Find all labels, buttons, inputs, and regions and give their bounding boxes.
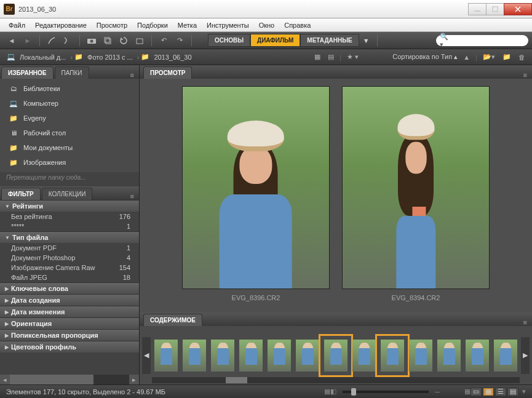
filter-group-header[interactable]: ▶Цветовой профиль — [0, 341, 139, 352]
view-mode-button[interactable]: ▭ — [470, 388, 482, 396]
filter-group-header[interactable]: ▼Рейтинги — [0, 200, 139, 212]
menu-item[interactable]: Редактирование — [30, 20, 92, 31]
scroll-right-icon[interactable]: ▸ — [129, 375, 139, 384]
menu-item[interactable]: Метка — [173, 20, 202, 31]
reveal-button[interactable] — [45, 34, 58, 47]
thumbnail[interactable] — [296, 340, 319, 372]
preview-item[interactable]: EVG_8394.CR2 — [342, 86, 490, 301]
thumbnail[interactable] — [211, 340, 234, 372]
tab-preview[interactable]: ПРОСМОТР — [143, 66, 192, 79]
panel-menu-icon[interactable]: ≡ — [518, 319, 532, 326]
search-box[interactable]: 🔍▾ — [436, 35, 528, 46]
thumbnail[interactable] — [239, 340, 263, 372]
minimize-button[interactable] — [468, 3, 486, 15]
refresh-button[interactable] — [117, 34, 130, 47]
filmstrip-scrollbar[interactable] — [152, 377, 520, 383]
workspace-tab[interactable]: МЕТАДАННЫЕ — [300, 34, 359, 47]
sort-dropdown[interactable]: Сортировка по Тип ▴ — [392, 53, 458, 61]
thumb-view-icon[interactable]: ▤ — [326, 53, 336, 61]
status-icon[interactable]: ◧ — [330, 388, 336, 396]
camera-button[interactable] — [85, 34, 98, 47]
preview-image[interactable] — [182, 86, 330, 289]
boomerang-button[interactable] — [61, 34, 74, 47]
status-icon[interactable]: ▦ — [324, 388, 330, 396]
filter-row[interactable]: Файл JPEG18 — [0, 273, 139, 282]
thumbnail[interactable] — [352, 340, 376, 372]
scrollbar-handle[interactable] — [226, 377, 248, 383]
menu-item[interactable]: Файл — [4, 20, 30, 31]
filter-group-header[interactable]: ▶Дата изменения — [0, 306, 139, 317]
new-folder-icon[interactable]: 📁 — [501, 53, 513, 61]
breadcrumb[interactable]: Фото 2013 с ... — [85, 54, 135, 61]
rotate-ccw-button[interactable]: ↶ — [157, 34, 170, 47]
view-mode-button[interactable]: ▤ — [507, 388, 518, 396]
scrollbar-handle[interactable] — [10, 375, 93, 384]
workspace-dropdown[interactable]: ▼ — [359, 34, 373, 47]
thumbnail[interactable] — [183, 340, 206, 372]
filter-group-header[interactable]: ▼Тип файла — [0, 231, 139, 243]
grid-view-icon[interactable]: ▦ — [312, 53, 322, 61]
breadcrumb[interactable]: Локальный д... — [17, 54, 68, 61]
breadcrumb[interactable]: 2013_06_30 — [151, 54, 194, 61]
favorite-item[interactable]: 📁Изображения — [0, 155, 139, 170]
thumbnail-size-slider[interactable] — [343, 391, 429, 393]
options-icon[interactable]: ▾ — [522, 388, 526, 396]
preview-item[interactable]: EVG_8396.CR2 — [182, 86, 330, 301]
menu-item[interactable]: Подборки — [132, 20, 173, 31]
panel-scrollbar[interactable]: ◂ ▸ — [0, 375, 139, 384]
panel-menu-icon[interactable]: ≡ — [518, 71, 532, 79]
filter-row[interactable]: Без рейтинга176 — [0, 212, 139, 221]
workspace-tab[interactable]: ДИАФИЛЬМ — [250, 34, 300, 47]
scroll-left-icon[interactable]: ◂ — [0, 375, 10, 384]
favorite-item[interactable]: 💻Компьютер — [0, 96, 139, 111]
view-mode-button[interactable]: ▦ — [483, 388, 494, 396]
tab-collections[interactable]: КОЛЛЕКЦИИ — [42, 188, 93, 200]
filter-row[interactable]: Документ PDF1 — [0, 243, 139, 253]
tab-filter[interactable]: ФИЛЬТР — [1, 188, 41, 200]
thumbnail[interactable] — [268, 340, 291, 372]
menu-item[interactable]: Просмотр — [92, 20, 132, 31]
menu-item[interactable]: Справка — [279, 20, 316, 31]
thumbnail[interactable] — [466, 340, 489, 372]
panel-menu-icon[interactable]: ≡ — [125, 71, 139, 79]
open-folder-icon[interactable]: 📂▾ — [481, 53, 497, 61]
filter-group-header[interactable]: ▶Ориентация — [0, 317, 139, 329]
star-filter-icon[interactable]: ★ ▾ — [345, 53, 360, 61]
close-button[interactable] — [504, 3, 532, 15]
filter-row[interactable]: *****1 — [0, 221, 139, 231]
thumbnail[interactable] — [381, 340, 404, 372]
filter-row[interactable]: Документ Photoshop4 — [0, 253, 139, 263]
computer-icon[interactable]: 💻 — [5, 53, 17, 61]
filter-row[interactable]: Изображение Camera Raw154 — [0, 263, 139, 273]
favorite-item[interactable]: 🗂Библиотеки — [0, 81, 139, 96]
open-button[interactable] — [133, 34, 146, 47]
forward-button[interactable]: ► — [21, 34, 34, 47]
maximize-button[interactable] — [486, 3, 504, 15]
thumbnail[interactable] — [154, 340, 178, 372]
copy-button[interactable] — [101, 34, 114, 47]
slider-knob[interactable] — [351, 388, 356, 396]
menu-item[interactable]: Окно — [254, 20, 280, 31]
panel-menu-icon[interactable]: ≡ — [125, 193, 139, 200]
back-button[interactable]: ◄ — [5, 34, 18, 47]
preview-image[interactable] — [342, 86, 490, 289]
trash-icon[interactable]: 🗑 — [517, 54, 527, 61]
filmstrip-next-button[interactable]: ▶ — [521, 337, 530, 374]
view-mode-button[interactable]: ☰ — [495, 388, 506, 396]
thumbnail[interactable] — [437, 340, 461, 372]
thumbnail[interactable] — [494, 340, 517, 372]
thumbnail[interactable] — [409, 340, 432, 372]
tab-favorites[interactable]: ИЗБРАННОЕ — [1, 66, 54, 79]
lock-icon[interactable]: ▦ — [464, 388, 470, 396]
search-input[interactable] — [450, 37, 532, 44]
filmstrip-prev-button[interactable]: ◀ — [142, 337, 151, 374]
menu-item[interactable]: Инструменты — [202, 20, 254, 31]
favorite-item[interactable]: 📁Evgeny — [0, 111, 139, 125]
favorite-item[interactable]: 📁Мои документы — [0, 140, 139, 155]
favorite-item[interactable]: 🖥Рабочий стол — [0, 125, 139, 140]
status-icon[interactable]: ─ — [435, 388, 440, 396]
tab-folders[interactable]: ПАПКИ — [55, 66, 89, 79]
filter-group-header[interactable]: ▶Ключевые слова — [0, 282, 139, 294]
filter-group-header[interactable]: ▶Попиксельная пропорция — [0, 329, 139, 341]
sort-direction-icon[interactable]: ▲ — [461, 54, 472, 61]
